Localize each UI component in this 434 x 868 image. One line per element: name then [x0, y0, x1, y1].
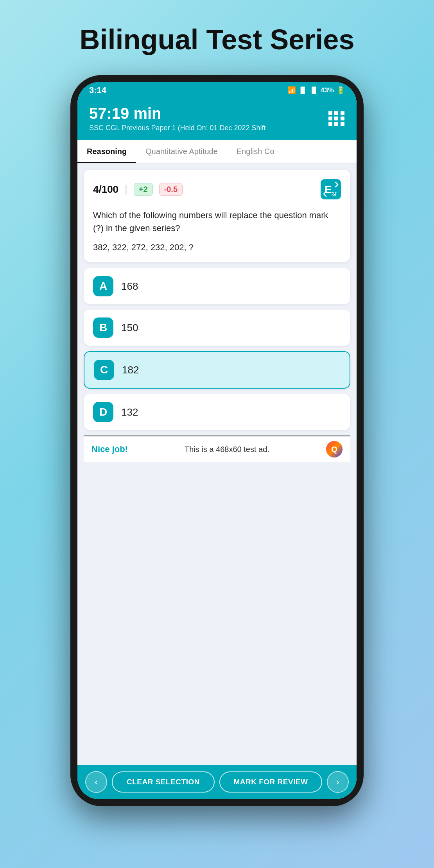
plus-score-badge: +2	[134, 183, 153, 196]
tab-reasoning[interactable]: Reasoning	[77, 140, 136, 163]
option-d-text: 132	[121, 406, 138, 418]
svg-text:E: E	[325, 183, 332, 195]
exam-name: SSC CGL Previous Paper 1 (Held On: 01 De…	[89, 124, 266, 132]
bottom-bar: ‹ CLEAR SELECTION MARK FOR REVIEW ›	[77, 765, 357, 799]
translate-icon[interactable]: E अ	[321, 179, 341, 199]
question-text: Which of the following numbers will repl…	[93, 209, 341, 235]
minus-score-badge: -0.5	[159, 183, 183, 196]
header-divider: |	[125, 183, 127, 195]
ad-banner: Nice job! This is a 468x60 test ad. Q	[84, 436, 350, 462]
status-time: 3:14	[89, 85, 106, 95]
tabs-bar: Reasoning Quantitative Aptitude English …	[77, 140, 357, 163]
option-b-text: 150	[121, 322, 138, 334]
option-d-badge: D	[93, 402, 113, 422]
option-a[interactable]: A 168	[84, 268, 350, 304]
battery-icon: 🔋	[336, 86, 345, 95]
wifi-icon: 📶	[287, 86, 296, 95]
question-card: 4/100 | +2 -0.5 E अ Which of the	[84, 170, 350, 262]
option-a-badge: A	[93, 276, 113, 296]
app-header: 57:19 min SSC CGL Previous Paper 1 (Held…	[77, 99, 357, 140]
option-c[interactable]: C 182	[84, 351, 350, 389]
option-b-badge: B	[93, 317, 113, 338]
tab-quantitative[interactable]: Quantitative Aptitude	[136, 140, 227, 163]
svg-text:अ: अ	[332, 190, 337, 198]
option-c-badge: C	[94, 360, 114, 380]
phone-frame: 3:14 📶 ▐▌ ▐▌ 43% 🔋 57:19 min SSC CGL Pre…	[70, 75, 364, 806]
phone-screen: 3:14 📶 ▐▌ ▐▌ 43% 🔋 57:19 min SSC CGL Pre…	[77, 82, 357, 799]
option-a-text: 168	[121, 280, 138, 292]
prev-button[interactable]: ‹	[85, 771, 107, 793]
ad-nice-job-label: Nice job!	[91, 444, 128, 454]
signal-lte1-icon: ▐▌	[298, 87, 307, 94]
question-header: 4/100 | +2 -0.5 E अ	[93, 179, 341, 199]
ad-text-content: This is a 468x60 test ad.	[134, 445, 320, 454]
svg-text:Q: Q	[331, 445, 337, 454]
content-area: 4/100 | +2 -0.5 E अ Which of the	[77, 163, 357, 765]
timer-section: 57:19 min SSC CGL Previous Paper 1 (Held…	[89, 105, 266, 132]
series-text: 382, 322, 272, 232, 202, ?	[93, 242, 341, 253]
option-c-text: 182	[122, 364, 139, 376]
mark-for-review-button[interactable]: MARK FOR REVIEW	[219, 771, 322, 793]
question-number: 4/100	[93, 183, 118, 195]
option-b[interactable]: B 150	[84, 310, 350, 346]
ad-logo-icon: Q	[326, 441, 343, 457]
app-title: Bilingual Test Series	[80, 23, 355, 56]
timer-display: 57:19 min	[89, 105, 266, 122]
signal-lte2-icon: ▐▌	[309, 87, 318, 94]
next-button[interactable]: ›	[327, 771, 349, 793]
clear-selection-button[interactable]: CLEAR SELECTION	[112, 771, 215, 793]
status-bar: 3:14 📶 ▐▌ ▐▌ 43% 🔋	[77, 82, 357, 99]
battery-indicator: 43%	[321, 86, 334, 94]
status-icons: 📶 ▐▌ ▐▌ 43% 🔋	[287, 86, 345, 95]
grid-menu-icon[interactable]	[328, 111, 345, 126]
option-d[interactable]: D 132	[84, 394, 350, 430]
tab-english[interactable]: English Co	[227, 140, 284, 163]
